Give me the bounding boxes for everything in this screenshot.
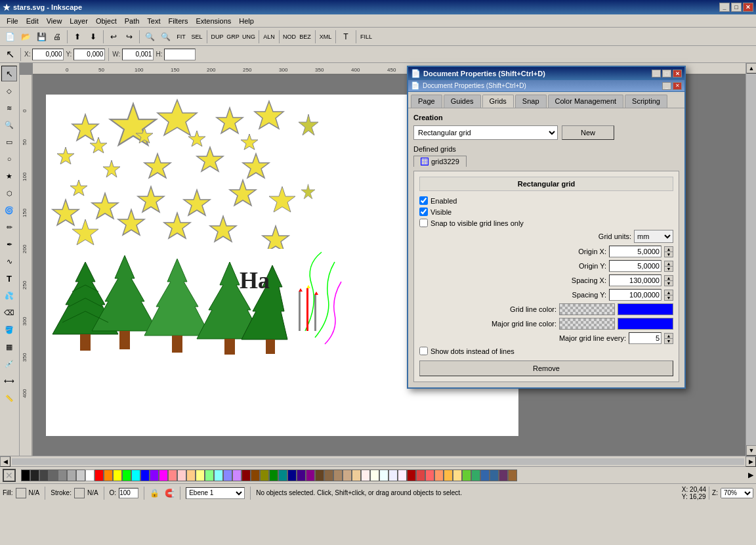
tab-guides[interactable]: Guides — [444, 95, 481, 108]
color-forest[interactable] — [471, 469, 480, 481]
save-button[interactable]: 💾 — [34, 30, 49, 44]
spiral-tool[interactable]: 🌀 — [1, 202, 17, 218]
bezier-pen-tool[interactable]: ✒ — [1, 236, 17, 252]
inner-dialog-minimize[interactable]: _ — [662, 82, 671, 90]
right-scrollbar[interactable]: ▲ ▼ — [746, 63, 756, 456]
grid3229-tab[interactable]: grid3229 — [413, 156, 467, 167]
tab-grids[interactable]: Grids — [482, 95, 514, 108]
menu-edit[interactable]: Edit — [22, 16, 43, 26]
color-navy[interactable] — [287, 469, 297, 481]
color-red[interactable] — [94, 469, 104, 481]
color-peach[interactable] — [186, 469, 196, 481]
color-purple[interactable] — [150, 469, 159, 481]
zoom-out-button[interactable]: 🔍 — [158, 30, 173, 44]
w-input[interactable] — [122, 49, 154, 60]
color-teal[interactable] — [278, 469, 287, 481]
color-light-blue[interactable] — [223, 469, 232, 481]
color-light-green[interactable] — [205, 469, 214, 481]
color-orange[interactable] — [104, 469, 113, 481]
scroll-left-button[interactable]: ◀ — [0, 456, 10, 467]
zoom-fit-button[interactable]: FIT — [174, 30, 188, 44]
circle-tool[interactable]: ○ — [1, 151, 17, 167]
color-salmon[interactable] — [425, 469, 434, 481]
duplicate-button[interactable]: DUP — [210, 30, 224, 44]
color-plum[interactable] — [499, 469, 508, 481]
color-black[interactable] — [21, 469, 30, 481]
gradient-tool[interactable]: ▦ — [1, 339, 17, 355]
xml-button[interactable]: XML — [318, 30, 333, 44]
color-blue[interactable] — [140, 469, 150, 481]
origin-y-down[interactable]: ▼ — [664, 266, 673, 272]
visible-checkbox[interactable] — [419, 207, 428, 216]
node-button[interactable]: NOD — [282, 30, 297, 44]
fill-tool-lt[interactable]: 🪣 — [1, 322, 17, 338]
color-lavender[interactable] — [232, 469, 242, 481]
color-dark1[interactable] — [30, 469, 39, 481]
major-grid-line-color-blue[interactable] — [618, 318, 673, 330]
spacing-y-down[interactable]: ▼ — [664, 295, 673, 301]
zoom-sel-button[interactable]: SEL — [190, 30, 204, 44]
color-khaki[interactable] — [333, 469, 343, 481]
snap-checkbox[interactable] — [419, 219, 428, 227]
tab-page[interactable]: Page — [411, 95, 442, 108]
menu-view[interactable]: View — [43, 16, 66, 26]
zoom-in-button[interactable]: 🔍 — [142, 30, 157, 44]
scroll-right-button[interactable]: ▶ — [746, 456, 756, 467]
pencil-tool[interactable]: ✏ — [1, 219, 17, 235]
dialog-minimize-button[interactable]: _ — [652, 70, 661, 77]
color-magenta[interactable] — [159, 469, 168, 481]
menu-object[interactable]: Object — [92, 16, 121, 26]
color-amber[interactable] — [444, 469, 453, 481]
color-lavender2[interactable] — [388, 469, 398, 481]
dialog-close-button[interactable]: ✕ — [673, 70, 682, 77]
color-brown1[interactable] — [251, 469, 260, 481]
eraser-tool[interactable]: ⌫ — [1, 305, 17, 320]
open-button[interactable]: 📂 — [18, 30, 33, 44]
h-input[interactable] — [164, 49, 196, 60]
color-dark-purple[interactable] — [306, 469, 315, 481]
show-dots-checkbox[interactable] — [419, 347, 428, 355]
fill-button[interactable]: FILL — [359, 30, 373, 44]
color-blush[interactable] — [361, 469, 370, 481]
text-tool-lt[interactable]: T — [1, 271, 17, 286]
color-cream[interactable] — [352, 469, 361, 481]
color-alice[interactable] — [379, 469, 388, 481]
color-indigo[interactable] — [297, 469, 306, 481]
minimize-button[interactable]: _ — [719, 3, 730, 12]
close-button[interactable]: ✕ — [743, 3, 753, 12]
color-dark2[interactable] — [39, 469, 49, 481]
zoom-tool[interactable]: 🔍 — [1, 117, 17, 133]
menu-help[interactable]: Help — [235, 16, 258, 26]
y-input[interactable] — [74, 49, 105, 60]
scroll-right-btn[interactable]: ▶ — [748, 471, 753, 479]
color-gray4[interactable] — [76, 469, 85, 481]
color-rose[interactable] — [416, 469, 425, 481]
rect-tool[interactable]: ▭ — [1, 134, 17, 150]
bezier-button[interactable]: BEZ — [298, 30, 312, 44]
color-thistle[interactable] — [398, 469, 407, 481]
opacity-input[interactable] — [119, 488, 138, 498]
color-dark-red[interactable] — [242, 469, 251, 481]
spacing-x-input[interactable] — [609, 274, 662, 286]
menu-text[interactable]: Text — [143, 16, 164, 26]
maximize-button[interactable]: □ — [731, 3, 742, 12]
import-button[interactable]: ⬆ — [70, 30, 85, 44]
spacing-x-down[interactable]: ▼ — [664, 280, 673, 286]
dropper-tool[interactable]: 💉 — [1, 356, 17, 372]
select-tool[interactable]: ↖ — [1, 66, 17, 81]
scroll-down-button[interactable]: ▼ — [746, 445, 756, 456]
color-green[interactable] — [122, 469, 131, 481]
grid-type-dropdown[interactable]: Rectangular grid — [413, 125, 558, 140]
callig-tool[interactable]: ∿ — [1, 253, 17, 269]
scroll-track-h[interactable] — [12, 458, 744, 465]
enabled-checkbox[interactable] — [419, 196, 428, 205]
color-brown2[interactable] — [315, 469, 324, 481]
zoom-select[interactable]: 70% — [721, 488, 753, 498]
measure-tool[interactable]: 📏 — [1, 390, 17, 406]
undo-button[interactable]: ↩ — [106, 30, 121, 44]
menu-path[interactable]: Path — [121, 16, 144, 26]
inner-dialog-close[interactable]: ✕ — [673, 82, 682, 90]
align-button[interactable]: ALN — [262, 30, 276, 44]
color-gray3[interactable] — [67, 469, 76, 481]
tweak-tool[interactable]: ≋ — [1, 100, 17, 116]
